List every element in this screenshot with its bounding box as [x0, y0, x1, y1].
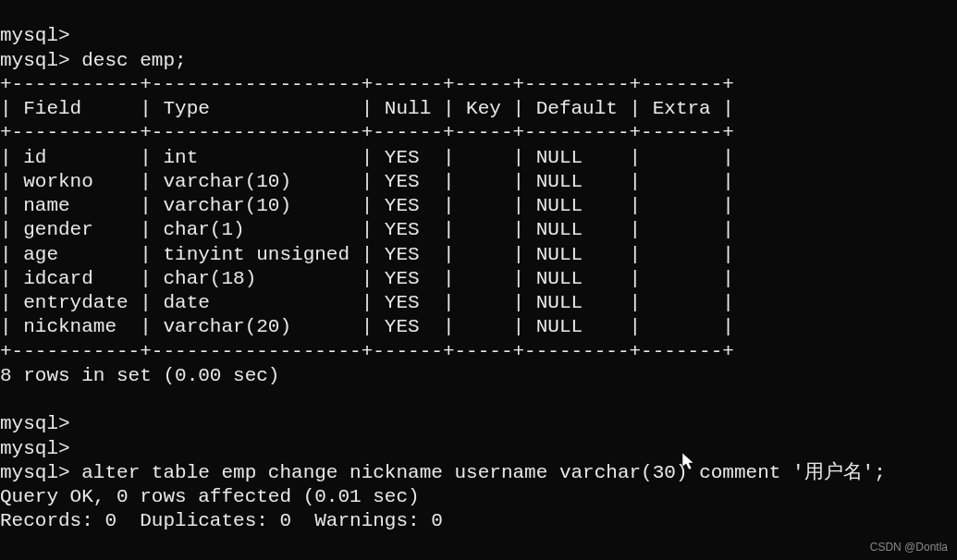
mysql-prompt: mysql>: [0, 462, 81, 483]
mysql-prompt: mysql>: [0, 50, 81, 71]
table-row: | workno | varchar(10) | YES | | NULL | …: [0, 171, 734, 192]
command-desc: desc emp;: [81, 50, 186, 71]
records-line: Records: 0 Duplicates: 0 Warnings: 0: [0, 510, 443, 531]
table-row: | name | varchar(10) | YES | | NULL | |: [0, 195, 734, 216]
table-row: | entrydate | date | YES | | NULL | |: [0, 292, 734, 313]
table-border: +-----------+------------------+------+-…: [0, 341, 734, 362]
mysql-prompt: mysql>: [0, 413, 70, 434]
table-row: | nickname | varchar(20) | YES | | NULL …: [0, 316, 734, 337]
table-row: | idcard | char(18) | YES | | NULL | |: [0, 268, 734, 289]
query-ok: Query OK, 0 rows affected (0.01 sec): [0, 486, 420, 507]
terminal-output: mysql> mysql> desc emp; +-----------+---…: [0, 0, 957, 560]
mysql-prompt: mysql>: [0, 438, 70, 459]
table-row: | id | int | YES | | NULL | |: [0, 147, 734, 168]
table-row: | age | tinyint unsigned | YES | | NULL …: [0, 244, 734, 265]
table-border: +-----------+------------------+------+-…: [0, 122, 734, 143]
table-row: | gender | char(1) | YES | | NULL | |: [0, 219, 734, 240]
watermark-text: CSDN @Dontla: [870, 541, 948, 554]
command-alter: alter table emp change nickname username…: [81, 462, 886, 483]
mysql-prompt: mysql>: [0, 25, 70, 46]
rows-in-set: 8 rows in set (0.00 sec): [0, 365, 279, 386]
table-header: | Field | Type | Null | Key | Default | …: [0, 98, 734, 119]
table-border: +-----------+------------------+------+-…: [0, 74, 734, 95]
